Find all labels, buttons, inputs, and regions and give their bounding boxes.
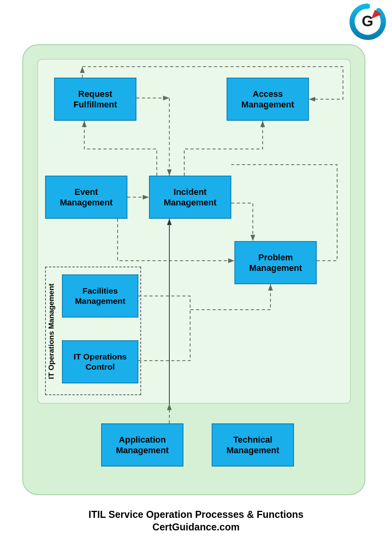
technical-management-box: TechnicalManagement xyxy=(212,423,294,467)
diagram-source: CertGuidance.com xyxy=(0,521,392,533)
incident-management-box: IncidentManagement xyxy=(149,176,231,219)
application-management-box: ApplicationManagement xyxy=(101,423,183,467)
svg-text:G: G xyxy=(362,13,374,29)
event-management-box: EventManagement xyxy=(45,176,127,219)
problem-management-box: ProblemManagement xyxy=(234,241,317,284)
diagram-title: ITIL Service Operation Processes & Funct… xyxy=(0,509,392,520)
access-management-box: AccessManagement xyxy=(227,78,309,121)
request-fulfillment-box: RequestFulfillment xyxy=(54,78,136,121)
facilities-management-box: FacilitiesManagement xyxy=(62,274,138,318)
certguidance-logo-icon: G xyxy=(349,3,386,40)
it-operations-control-box: IT OperationsControl xyxy=(62,340,138,383)
it-operations-management-label: IT Operations Management xyxy=(47,274,56,388)
